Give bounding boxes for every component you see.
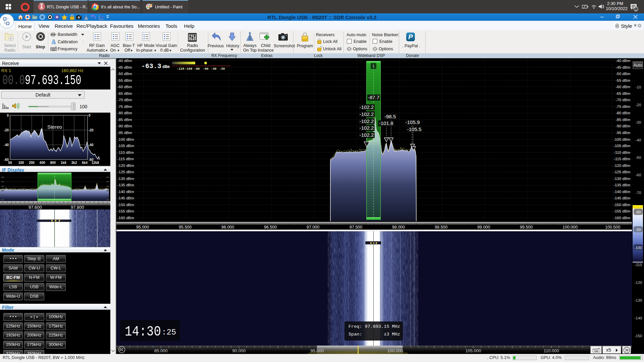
svg-text:-60: -60 [203,67,208,71]
svg-text:-87.7: -87.7 [368,95,379,100]
svg-text:-102.2: -102.2 [360,125,374,131]
svg-text:-145 dBm: -145 dBm [117,196,134,200]
svg-text:1: 1 [635,8,637,11]
svg-text:-110 dBm: -110 dBm [614,150,630,155]
svg-text:-80: -80 [194,67,200,71]
svg-text:-105.9: -105.9 [406,119,420,125]
svg-text:-155 dBm: -155 dBm [117,209,134,213]
svg-text:12k8: 12k8 [92,161,99,165]
svg-text:-60: -60 [636,173,641,177]
svg-text:110.000: 110.000 [544,348,559,353]
svg-text:-20: -20 [89,128,94,132]
svg-text:-20: -20 [219,67,225,71]
svg-text:-50 dBm: -50 dBm [616,72,630,76]
svg-text:0: 0 [89,114,91,117]
svg-text:-145 dBm: -145 dBm [613,196,630,200]
svg-text:-80: -80 [635,210,641,214]
svg-text:-90: -90 [635,228,641,232]
svg-text:-105 dBm: -105 dBm [613,144,630,148]
svg-text:-45 dBm: -45 dBm [117,65,132,69]
svg-text:-40 dBm: -40 dBm [117,59,132,63]
svg-text:-98.5: -98.5 [384,114,396,119]
svg-text:-30: -30 [636,120,641,124]
svg-text:1: 1 [372,64,374,68]
svg-text:-50: -50 [636,156,641,160]
svg-text:-60 dBm: -60 dBm [117,85,132,89]
svg-text:-65 dBm: -65 dBm [616,92,630,96]
svg-text:-120 dBm: -120 dBm [117,164,134,168]
svg-text:-80 dBm: -80 dBm [117,111,132,115]
svg-text:50: 50 [8,161,12,165]
svg-text:-90 dBm: -90 dBm [616,124,630,128]
svg-text:-70 dBm: -70 dBm [616,98,630,102]
svg-text:-80 dBm: -80 dBm [616,111,630,115]
svg-text:-120: -120 [177,67,184,71]
svg-text:-101.8: -101.8 [379,120,393,126]
svg-text:3k2: 3k2 [71,161,77,165]
svg-text:0: 0 [7,114,9,117]
svg-text:105.000: 105.000 [465,348,481,353]
svg-text:800: 800 [50,161,56,165]
svg-text:-100: -100 [185,67,193,71]
svg-text:-100: -100 [634,246,642,250]
svg-text:-150 dBm: -150 dBm [613,203,630,207]
svg-text:-140 dBm: -140 dBm [613,190,630,194]
svg-text:-102.2: -102.2 [360,132,374,138]
svg-text:90.000: 90.000 [232,348,246,353]
svg-text:-130 dBm: -130 dBm [613,177,630,181]
svg-text:-40: -40 [211,67,216,71]
svg-text:-102.2: -102.2 [360,118,374,124]
svg-text:-102.2: -102.2 [360,104,374,110]
svg-text:-105 dBm: -105 dBm [117,144,134,148]
svg-text:-20: -20 [636,103,641,107]
svg-text:-160 dBm: -160 dBm [117,216,134,220]
svg-text:-40: -40 [89,143,94,147]
svg-text:-100 dBm: -100 dBm [613,137,630,141]
svg-text:200: 200 [29,161,35,165]
svg-text:P: P [408,33,413,41]
svg-text:-10: -10 [636,85,641,89]
svg-text:-45 dBm: -45 dBm [616,65,630,69]
svg-text:-105.5: -105.5 [407,126,422,132]
svg-text:-65 dBm: -65 dBm [117,92,132,96]
svg-text:-125 dBm: -125 dBm [117,170,134,174]
svg-text:100.000: 100.000 [387,348,403,353]
svg-text:-155 dBm: -155 dBm [613,209,630,213]
svg-text:-110: -110 [635,263,642,267]
svg-text:-20: -20 [4,128,9,132]
svg-text:-90 dBm: -90 dBm [117,124,132,128]
svg-text:-130: -130 [634,298,642,302]
svg-text:-125 dBm: -125 dBm [613,170,630,174]
svg-text:-102.2: -102.2 [360,111,374,117]
svg-text:-135 dBm: -135 dBm [117,183,134,187]
svg-text:-40 dBm: -40 dBm [616,59,630,63]
svg-text:dBm: dBm [162,65,170,69]
svg-text:Stereo: Stereo [47,124,62,130]
svg-text:-110 dBm: -110 dBm [117,150,134,155]
svg-text:-120: -120 [634,281,642,285]
svg-text:1k6: 1k6 [61,161,66,165]
svg-text:-85 dBm: -85 dBm [616,118,630,122]
svg-text:-140: -140 [634,316,642,320]
svg-text:-95 dBm: -95 dBm [117,131,132,135]
svg-text:400: 400 [40,161,45,165]
svg-text:95.000: 95.000 [310,348,324,353]
svg-text:-100 dBm: -100 dBm [117,137,134,141]
svg-text:-85 dBm: -85 dBm [117,118,132,122]
svg-text:-40: -40 [636,138,641,142]
svg-text:-150: -150 [634,334,642,338]
svg-text:-135 dBm: -135 dBm [613,183,630,187]
svg-text:-40: -40 [4,143,9,147]
svg-text:100: 100 [18,161,24,165]
svg-text:-50 dBm: -50 dBm [117,72,132,76]
svg-text:-150 dBm: -150 dBm [117,203,134,207]
svg-text:-70: -70 [636,191,641,195]
svg-text:-55 dBm: -55 dBm [117,78,132,82]
svg-text:-60 dBm: -60 dBm [616,85,630,89]
svg-text:-75 dBm: -75 dBm [616,105,630,109]
svg-text:-130 dBm: -130 dBm [117,177,134,181]
svg-text:-55 dBm: -55 dBm [616,78,630,82]
svg-text:-160 dBm: -160 dBm [613,216,630,220]
svg-text:-75 dBm: -75 dBm [117,105,132,109]
svg-text:-115 dBm: -115 dBm [117,157,134,161]
